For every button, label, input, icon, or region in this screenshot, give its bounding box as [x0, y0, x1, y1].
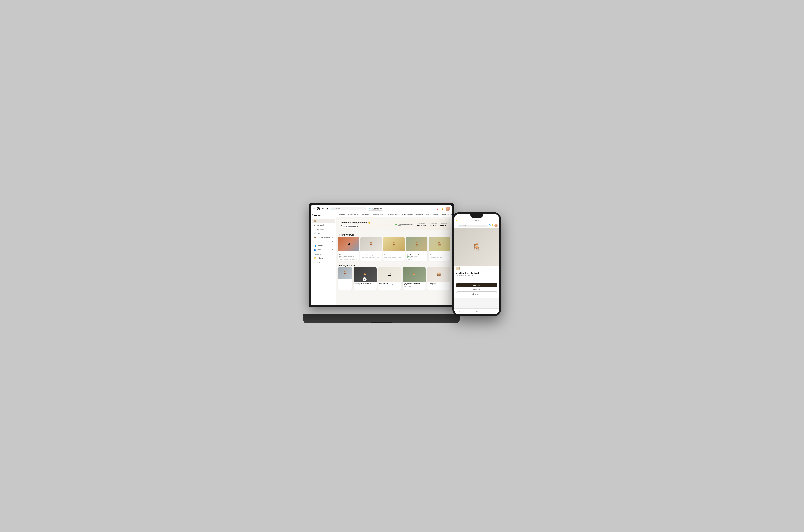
phone-globe-icon[interactable]: 🌐: [489, 224, 491, 227]
phone-share-icon[interactable]: ⬆: [496, 220, 498, 222]
phone-forward-button[interactable]: →: [467, 310, 469, 313]
sidebar-item-admin[interactable]: 👤 Admin ▾: [312, 248, 335, 252]
search-bar[interactable]: 🔍 Search: [330, 207, 366, 210]
category-office[interactable]: Office Supplies: [401, 213, 414, 216]
phone-bell-icon[interactable]: 🔔: [491, 224, 494, 227]
product-condition-hightower: New: [384, 254, 404, 255]
phone-tabs-button[interactable]: ⊡: [484, 310, 486, 313]
recently-viewed-grid: 🛋 GNIXUU Modular Sectional Sofa Used – L…: [336, 237, 452, 263]
category-apparel[interactable]: Apparel & Accessories: [440, 213, 452, 216]
laptop: ☰ Rheaply 🔍 Search 🌐 All organizations @: [303, 202, 460, 323]
phone-url-text[interactable]: app.rheaply.com: [459, 220, 495, 221]
messages-icon: 💬: [314, 228, 316, 230]
product-location-sofa: ...ampus › Tesla Fieldhouse › Floor 3 › …: [339, 259, 358, 260]
sidebar-item-admin-label: Admin: [317, 249, 322, 251]
header-icons: ❓ 🔔: [435, 207, 450, 211]
info-icon[interactable]: ⓘ: [413, 224, 414, 226]
content-area: Furniture Home & Garden Electronics Came…: [336, 212, 452, 305]
phone-search-placeholder: Search: [462, 225, 466, 226]
sidebar-item-selling[interactable]: 🏷 Selling ▾: [312, 240, 335, 243]
carousel-prev-button[interactable]: ‹: [362, 277, 367, 281]
app-logo: Rheaply: [317, 207, 329, 210]
phone-back-button[interactable]: ←: [459, 310, 461, 313]
sidebar-item-cart[interactable]: 🛒 Cart: [312, 231, 335, 235]
sidebar-item-reports[interactable]: 📊 Reports: [312, 244, 335, 248]
phone-add-to-cart-button[interactable]: Add to cart: [456, 288, 497, 292]
product-condition-whitman: Used – Like new or open box: [379, 284, 400, 286]
new-in-area-grid: 🪑 🪑 Steelcase Amia Task Chair Used – Lik…: [336, 267, 452, 291]
product-card-penn-new[interactable]: 🪑 Penn Chair & Ottoman Set (Preffered ne…: [403, 267, 426, 290]
sidebar-item-projects-label: Projects: [317, 257, 323, 259]
create-button[interactable]: ⊕ Create: [312, 214, 334, 217]
category-software[interactable]: Software: [432, 213, 440, 216]
product-name-hightower: Hightower Side Table – Kona: [384, 252, 404, 254]
product-img-hightower: 🪑: [383, 237, 405, 251]
phone-thumb-strip: [454, 266, 499, 271]
green-dot: [395, 224, 397, 225]
org-selector[interactable]: 🌐 All organizations @ Everywhere: [368, 207, 383, 211]
product-card-hightower[interactable]: 🪑 Hightower Side Table – Kona New 10 ava…: [383, 237, 405, 261]
help-icon[interactable]: ❓: [435, 207, 440, 211]
product-card-sofa[interactable]: 🛋 GNIXUU Modular Sectional Sofa Used – L…: [338, 237, 359, 261]
phone-lock-icon: 🔒: [455, 220, 457, 221]
metric-value: Value recaptured $5.4m: [429, 223, 437, 226]
product-info-hightower: Hightower Side Table – Kona New 10 avail…: [383, 251, 405, 259]
scene: ☰ Rheaply 🔍 Search 🌐 All organizations @: [303, 202, 501, 330]
phone-header-icons: 🌐 🔔: [489, 224, 498, 227]
product-card-poly[interactable]: 📦 Polystyrene Used – Good: [427, 267, 450, 290]
category-business[interactable]: Business & Industrial: [415, 213, 430, 216]
home-icon: 🏠: [314, 220, 316, 222]
phone-search-icon: 🔍: [460, 225, 461, 227]
phone-avatar[interactable]: [494, 224, 498, 227]
bell-icon[interactable]: 🔔: [441, 207, 445, 211]
product-img-poly: 📦: [427, 267, 450, 282]
product-img-vitra: 🪑: [360, 237, 382, 251]
phone-nav-bar: ← → ＋ ⊡ ···: [454, 308, 499, 315]
category-home-garden[interactable]: Home & Garden: [347, 213, 360, 216]
category-furniture[interactable]: Furniture: [338, 213, 346, 216]
phone-search-bar[interactable]: 🔍 Search: [458, 225, 488, 227]
sidebar-item-projects[interactable]: 📁 Projects: [312, 256, 335, 260]
product-name-penn: Penn Chair & Ottoman Set (Preffered netw…: [407, 252, 426, 256]
selling-arrow: ▾: [332, 241, 333, 242]
menu-icon[interactable]: ☰: [313, 208, 315, 210]
product-img-penn-new: 🪑: [403, 267, 426, 282]
saved-icon: ♥: [314, 261, 315, 263]
product-location-desk: ...uth Campus › Team Office ›: [430, 257, 449, 258]
impact-label: Good Company's impact All time ⓘ: [395, 224, 414, 226]
sidebar-item-home[interactable]: 🏠 Home: [312, 219, 335, 223]
sidebar-item-browse[interactable]: 🗂 Browse all: [312, 223, 335, 227]
selling-offers-button[interactable]: Selling: 7 new offers: [341, 225, 358, 228]
phone-add-to-project-button[interactable]: Add to project: [456, 292, 497, 296]
product-card-penn[interactable]: 🪑 Penn Chair & Ottoman Set (Preffered ne…: [406, 237, 427, 261]
org-sub: @ Everywhere: [372, 209, 381, 210]
category-electronics[interactable]: Electronics: [361, 213, 370, 216]
phone-more-button[interactable]: ···: [492, 310, 494, 313]
logo-text: Rheaply: [321, 208, 329, 210]
product-img-penn: 🪑: [406, 237, 427, 251]
phone-make-offer-button[interactable]: Make offer: [456, 283, 497, 287]
product-condition-penn: Free · Used – Good: [407, 256, 426, 257]
phone-menu-icon[interactable]: ☰: [455, 225, 457, 227]
product-card-gray-chair[interactable]: 🪑: [338, 267, 352, 290]
product-condition-sofa: Used – Like new or open box: [339, 256, 358, 257]
admin-icon: 👤: [314, 249, 316, 251]
sidebar-item-buying[interactable]: 📦 Buying / Receiving ▾: [312, 235, 335, 239]
phone-new-tab-button[interactable]: ＋: [476, 310, 478, 313]
avatar[interactable]: [446, 207, 450, 211]
phone-product-image: 🪑: [454, 228, 499, 266]
impact-metrics: Weight diverted 509.1k lbs Value recaptu…: [416, 223, 447, 226]
sidebar-item-buying-label: Buying / Receiving: [317, 236, 331, 239]
sidebar-item-saved[interactable]: ♥ Saved: [312, 260, 335, 264]
metric-weight: Weight diverted 509.1k lbs: [416, 223, 426, 226]
product-name-vitra: Vitra Side Chair – Softshell: [361, 252, 381, 254]
category-cameras[interactable]: Cameras & Optics: [371, 213, 385, 216]
product-card-desk[interactable]: 🪑 Desk chairs New 1 available ...uth Cam…: [429, 237, 450, 261]
product-info-vitra: Vitra Side Chair – Softshell Used – Like…: [360, 251, 382, 259]
category-csi[interactable]: CSI Master Format: [386, 213, 400, 216]
product-card-vitra[interactable]: 🪑 Vitra Side Chair – Softshell Used – Li…: [360, 237, 382, 261]
product-card-whitman[interactable]: 🛋 Whitman Sofa Used – Like new or open b…: [378, 267, 401, 290]
phone-thumb-1[interactable]: [455, 267, 460, 270]
sidebar-item-messages[interactable]: 💬 Messages: [312, 227, 335, 231]
phone-variant-dropdown[interactable]: ▾: [456, 279, 497, 282]
